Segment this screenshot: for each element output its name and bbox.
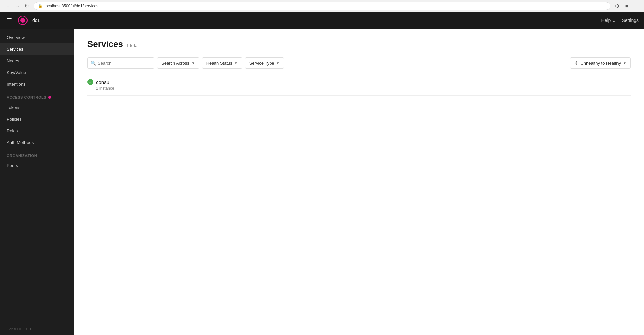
access-controls-label: ACCESS CONTROLS [7, 95, 46, 99]
search-across-chevron-icon: ▼ [192, 61, 195, 65]
sidebar-label-policies: Policies [7, 117, 22, 122]
browser-chrome: ← → ↻ 🔒 localhost:8500/ui/dc1/services ⚙… [0, 0, 644, 12]
health-status-button[interactable]: Health Status ▼ [202, 57, 242, 69]
access-controls-section: ACCESS CONTROLS [0, 90, 74, 102]
search-across-label: Search Across [161, 61, 190, 66]
service-name: consul [96, 79, 110, 85]
sidebar-label-intentions: Intentions [7, 82, 25, 87]
top-nav-right: Help ⌄ Settings [601, 18, 639, 23]
sidebar-label-keyvalue: Key/Value [7, 70, 26, 75]
sidebar-label-overview: Overview [7, 35, 25, 40]
search-input[interactable] [87, 57, 154, 69]
sidebar: Overview Services Nodes Key/Value Intent… [0, 29, 74, 335]
service-type-chevron-icon: ▼ [276, 61, 280, 65]
search-across-button[interactable]: Search Across ▼ [157, 57, 199, 69]
health-status-label: Health Status [206, 61, 232, 66]
sidebar-label-nodes: Nodes [7, 58, 19, 63]
version-label: Consul v1.16.1 [7, 327, 31, 331]
sidebar-item-roles[interactable]: Roles [0, 125, 74, 137]
sidebar-item-tokens[interactable]: Tokens [0, 102, 74, 113]
main-content: Services 1 total 🔍 Search Across ▼ Healt… [74, 29, 644, 335]
service-list: ✓ consul 1 instance [87, 74, 631, 96]
sidebar-item-overview[interactable]: Overview [0, 31, 74, 43]
sidebar-label-tokens: Tokens [7, 105, 20, 110]
sidebar-label-auth-methods: Auth Methods [7, 140, 34, 145]
access-controls-dot [48, 96, 51, 99]
top-nav: ☰ dc1 Help ⌄ Settings [0, 12, 644, 29]
url-text: localhost:8500/ui/dc1/services [45, 4, 98, 8]
consul-logo [17, 15, 28, 26]
sidebar-item-nodes[interactable]: Nodes [0, 55, 74, 67]
organization-section: ORGANIZATION [0, 148, 74, 160]
logo-inner [20, 18, 25, 23]
service-type-button[interactable]: Service Type ▼ [245, 57, 284, 69]
service-instances: 1 instance [87, 86, 631, 91]
sidebar-item-peers[interactable]: Peers [0, 160, 74, 172]
service-type-label: Service Type [249, 61, 274, 66]
health-passing-icon: ✓ [87, 79, 93, 85]
address-bar[interactable]: 🔒 localhost:8500/ui/dc1/services [34, 2, 610, 10]
sidebar-item-services[interactable]: Services [0, 43, 74, 55]
nav-buttons: ← → ↻ [4, 2, 31, 10]
profile-btn[interactable]: ⚙ [613, 2, 621, 10]
service-item-consul[interactable]: ✓ consul 1 instance [87, 74, 631, 96]
logo-circle [18, 16, 28, 25]
sidebar-label-roles: Roles [7, 128, 18, 133]
sort-button[interactable]: ⇕ Unhealthy to Healthy ▼ [570, 57, 631, 69]
page-header: Services 1 total [87, 39, 631, 49]
sort-icon: ⇕ [574, 60, 578, 66]
forward-button[interactable]: → [13, 2, 21, 10]
sidebar-item-keyvalue[interactable]: Key/Value [0, 67, 74, 78]
settings-button[interactable]: Settings [622, 18, 639, 23]
sidebar-item-policies[interactable]: Policies [0, 113, 74, 125]
filters-bar: 🔍 Search Across ▼ Health Status ▼ Servic… [87, 57, 631, 69]
reload-button[interactable]: ↻ [23, 2, 31, 10]
browser-actions: ⚙ ■ ⋮ [613, 2, 640, 10]
settings-label: Settings [622, 18, 639, 23]
sidebar-nav: Overview Services Nodes Key/Value Intent… [0, 29, 74, 174]
health-status-chevron-icon: ▼ [234, 61, 238, 65]
organization-label: ORGANIZATION [7, 154, 37, 158]
sidebar-footer: Consul v1.16.1 [0, 323, 74, 335]
extensions-btn[interactable]: ■ [623, 2, 631, 10]
sort-chevron-icon: ▼ [623, 61, 626, 65]
dc-label: dc1 [32, 18, 40, 23]
lock-icon: 🔒 [38, 4, 43, 8]
main-area: Overview Services Nodes Key/Value Intent… [0, 29, 644, 335]
search-wrapper: 🔍 [87, 57, 154, 69]
service-item-header: ✓ consul [87, 79, 631, 85]
help-button[interactable]: Help ⌄ [601, 18, 616, 23]
more-btn[interactable]: ⋮ [632, 2, 640, 10]
page-count: 1 total [126, 43, 138, 48]
sidebar-label-peers: Peers [7, 163, 18, 168]
page-title: Services [87, 39, 123, 49]
top-nav-left: ☰ dc1 [5, 15, 40, 26]
sort-label: Unhealthy to Healthy [580, 61, 621, 66]
help-chevron-icon: ⌄ [612, 18, 616, 23]
help-label: Help [601, 18, 611, 23]
back-button[interactable]: ← [4, 2, 12, 10]
app-container: ☰ dc1 Help ⌄ Settings Overview [0, 12, 644, 335]
sidebar-item-auth-methods[interactable]: Auth Methods [0, 137, 74, 148]
search-icon: 🔍 [91, 61, 96, 66]
sidebar-label-services: Services [7, 47, 23, 52]
hamburger-button[interactable]: ☰ [5, 15, 13, 25]
sidebar-item-intentions[interactable]: Intentions [0, 78, 74, 90]
